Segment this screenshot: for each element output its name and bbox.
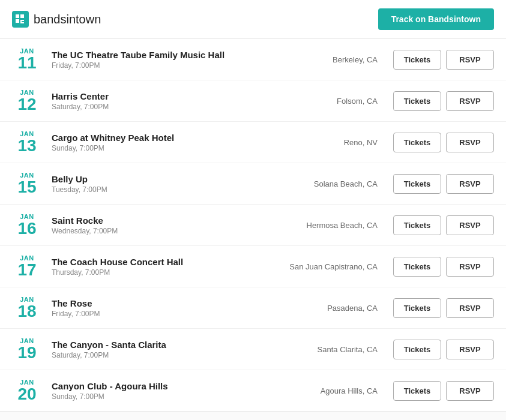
rsvp-button[interactable]: RSVP bbox=[446, 257, 494, 277]
event-row: JAN 13 Cargo at Whitney Peak Hotel Sunda… bbox=[0, 122, 506, 163]
rsvp-button[interactable]: RSVP bbox=[446, 215, 494, 235]
date-block: JAN 17 bbox=[12, 254, 42, 278]
event-venue: The UC Theatre Taube Family Music Hall bbox=[52, 50, 272, 60]
event-time: Friday, 7:00PM bbox=[52, 310, 272, 318]
tickets-button[interactable]: Tickets bbox=[393, 133, 441, 152]
svg-rect-0 bbox=[16, 14, 19, 18]
rsvp-button[interactable]: RSVP bbox=[446, 381, 494, 401]
event-actions: Tickets RSVP bbox=[393, 381, 494, 401]
date-block: JAN 13 bbox=[12, 130, 42, 154]
rsvp-button[interactable]: RSVP bbox=[446, 133, 494, 152]
event-location: Reno, NV bbox=[282, 138, 378, 147]
event-day: 18 bbox=[12, 303, 42, 320]
event-info: Canyon Club - Agoura Hills Sunday, 7:00P… bbox=[52, 381, 272, 401]
tickets-button[interactable]: Tickets bbox=[393, 50, 441, 70]
logo[interactable]: bandsintown bbox=[12, 11, 101, 28]
event-day: 15 bbox=[12, 179, 42, 196]
date-block: JAN 19 bbox=[12, 337, 42, 361]
event-location: Hermosa Beach, CA bbox=[282, 221, 378, 230]
event-row: JAN 18 The Rose Friday, 7:00PM Pasadena,… bbox=[0, 287, 506, 329]
event-location: Pasadena, CA bbox=[282, 304, 378, 313]
event-time: Saturday, 7:00PM bbox=[52, 351, 272, 359]
event-actions: Tickets RSVP bbox=[393, 91, 494, 111]
event-venue: Cargo at Whitney Peak Hotel bbox=[52, 133, 272, 143]
event-row: JAN 16 Saint Rocke Wednesday, 7:00PM Her… bbox=[0, 205, 506, 246]
event-venue: Harris Center bbox=[52, 91, 272, 101]
header: bandsintown Track on Bandsintown bbox=[0, 0, 506, 39]
rsvp-button[interactable]: RSVP bbox=[446, 174, 494, 194]
date-block: JAN 15 bbox=[12, 172, 42, 196]
svg-rect-2 bbox=[20, 14, 24, 18]
event-location: Berkeley, CA bbox=[282, 55, 378, 64]
event-info: The Coach House Concert Hall Thursday, 7… bbox=[52, 257, 272, 277]
event-row: JAN 17 The Coach House Concert Hall Thur… bbox=[0, 246, 506, 287]
event-day: 19 bbox=[12, 344, 42, 361]
event-actions: Tickets RSVP bbox=[393, 298, 494, 318]
event-row: JAN 20 Canyon Club - Agoura Hills Sunday… bbox=[0, 370, 506, 411]
date-block: JAN 20 bbox=[12, 379, 42, 403]
event-row: JAN 12 Harris Center Saturday, 7:00PM Fo… bbox=[0, 80, 506, 122]
event-info: Saint Rocke Wednesday, 7:00PM bbox=[52, 215, 272, 235]
event-day: 17 bbox=[12, 262, 42, 278]
event-row: JAN 15 Belly Up Tuesday, 7:00PM Solana B… bbox=[0, 163, 506, 205]
svg-rect-3 bbox=[22, 20, 24, 21]
event-time: Sunday, 7:00PM bbox=[52, 144, 272, 152]
event-actions: Tickets RSVP bbox=[393, 257, 494, 277]
track-button[interactable]: Track on Bandsintown bbox=[378, 8, 494, 30]
rsvp-button[interactable]: RSVP bbox=[446, 298, 494, 318]
tickets-button[interactable]: Tickets bbox=[393, 174, 441, 194]
event-row: JAN 19 The Canyon - Santa Clarita Saturd… bbox=[0, 329, 506, 370]
logo-text: bandsintown bbox=[34, 13, 101, 26]
tickets-button[interactable]: Tickets bbox=[393, 91, 441, 111]
rsvp-button[interactable]: RSVP bbox=[446, 50, 494, 70]
event-location: Agoura Hills, CA bbox=[282, 386, 378, 395]
event-day: 13 bbox=[12, 137, 42, 154]
event-actions: Tickets RSVP bbox=[393, 174, 494, 194]
event-actions: Tickets RSVP bbox=[393, 133, 494, 152]
event-info: The Canyon - Santa Clarita Saturday, 7:0… bbox=[52, 340, 272, 359]
event-time: Saturday, 7:00PM bbox=[52, 103, 272, 111]
event-info: Belly Up Tuesday, 7:00PM bbox=[52, 174, 272, 194]
event-venue: The Canyon - Santa Clarita bbox=[52, 340, 272, 350]
event-info: The Rose Friday, 7:00PM bbox=[52, 298, 272, 318]
event-venue: Canyon Club - Agoura Hills bbox=[52, 381, 272, 391]
event-day: 20 bbox=[12, 386, 42, 403]
tickets-button[interactable]: Tickets bbox=[393, 215, 441, 235]
event-day: 12 bbox=[12, 96, 42, 113]
svg-rect-1 bbox=[16, 19, 19, 23]
event-info: Harris Center Saturday, 7:00PM bbox=[52, 91, 272, 111]
date-block: JAN 12 bbox=[12, 89, 42, 113]
tickets-button[interactable]: Tickets bbox=[393, 257, 441, 277]
footer: Bandsintown Inc. © 2017 Support · Artist… bbox=[0, 411, 506, 420]
date-block: JAN 16 bbox=[12, 213, 42, 237]
date-block: JAN 18 bbox=[12, 296, 42, 320]
event-time: Sunday, 7:00PM bbox=[52, 392, 272, 401]
rsvp-button[interactable]: RSVP bbox=[446, 340, 494, 359]
event-info: The UC Theatre Taube Family Music Hall F… bbox=[52, 50, 272, 70]
event-location: Santa Clarita, CA bbox=[282, 345, 378, 354]
event-venue: Saint Rocke bbox=[52, 215, 272, 226]
event-actions: Tickets RSVP bbox=[393, 50, 494, 70]
logo-icon bbox=[12, 11, 29, 28]
event-day: 11 bbox=[12, 55, 42, 71]
event-time: Tuesday, 7:00PM bbox=[52, 185, 272, 194]
event-row: JAN 11 The UC Theatre Taube Family Music… bbox=[0, 39, 506, 80]
tickets-button[interactable]: Tickets bbox=[393, 340, 441, 359]
event-actions: Tickets RSVP bbox=[393, 215, 494, 235]
tickets-button[interactable]: Tickets bbox=[393, 298, 441, 318]
event-time: Wednesday, 7:00PM bbox=[52, 227, 272, 235]
event-day: 16 bbox=[12, 220, 42, 237]
event-venue: The Rose bbox=[52, 298, 272, 308]
events-list: JAN 11 The UC Theatre Taube Family Music… bbox=[0, 39, 506, 411]
rsvp-button[interactable]: RSVP bbox=[446, 91, 494, 111]
event-time: Friday, 7:00PM bbox=[52, 61, 272, 70]
svg-rect-5 bbox=[20, 20, 22, 23]
event-time: Thursday, 7:00PM bbox=[52, 268, 272, 277]
tickets-button[interactable]: Tickets bbox=[393, 381, 441, 401]
date-block: JAN 11 bbox=[12, 47, 42, 71]
svg-rect-4 bbox=[22, 22, 24, 23]
event-venue: The Coach House Concert Hall bbox=[52, 257, 272, 267]
event-location: Folsom, CA bbox=[282, 97, 378, 106]
event-location: San Juan Capistrano, CA bbox=[282, 262, 378, 271]
event-actions: Tickets RSVP bbox=[393, 340, 494, 359]
